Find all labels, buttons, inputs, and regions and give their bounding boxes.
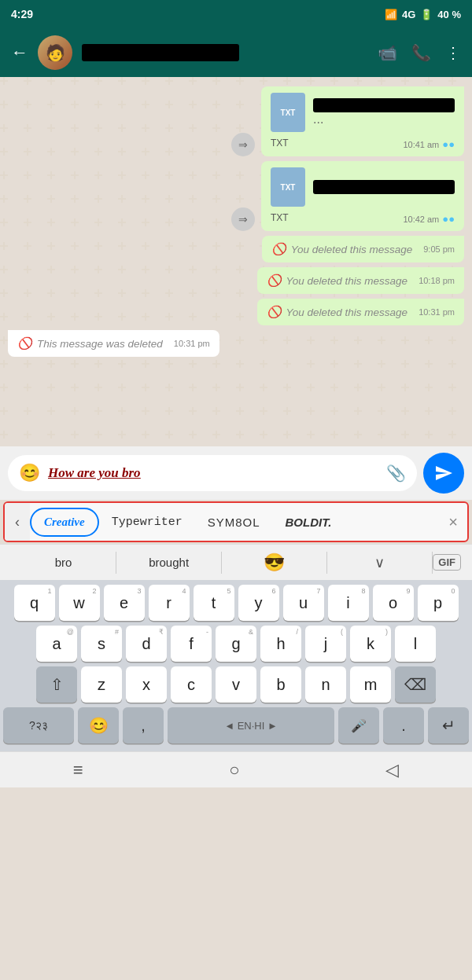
key-q[interactable]: 1q (14, 585, 55, 621)
message-time: 9:05 pm (423, 244, 455, 254)
typed-message: How are you bro (48, 465, 378, 481)
forward-icon[interactable]: ⇒ (231, 207, 255, 231)
autocomplete-gif[interactable]: GIF (433, 554, 461, 571)
key-n[interactable]: n (305, 666, 346, 703)
period-key[interactable]: . (383, 707, 424, 743)
font-style-items: Creative Typewriter SYM8OL BOLDIT. (30, 508, 439, 537)
backspace-key[interactable]: ⌫ (395, 666, 436, 703)
deleted-text: You deleted this message (286, 275, 408, 287)
nav-back[interactable]: ◁ (385, 760, 399, 780)
deleted-text: You deleted this message (286, 306, 408, 318)
comma-key[interactable]: , (123, 707, 164, 743)
emoji-key[interactable]: 😊 (78, 707, 119, 743)
more-options-icon[interactable]: ⋮ (445, 43, 461, 62)
send-button[interactable] (423, 453, 464, 494)
font-style-label: Creative (44, 516, 85, 529)
keyboard-row-3: ⇧ z x c v b n m ⌫ (3, 666, 469, 703)
key-u[interactable]: 7u (283, 585, 324, 621)
no-entry-icon: 🚫 (267, 305, 282, 319)
font-style-creative[interactable]: Creative (30, 508, 99, 537)
keyboard-row-4: ?२३ 😊 , ◄ EN·HI ► 🎤 . ↵ (3, 707, 469, 743)
message-input-box[interactable]: 😊 How are you bro 📎 (8, 455, 417, 491)
message-bubble: TXT ... TXT 10:41 am ●● (261, 86, 464, 156)
battery-icon: 🔋 (420, 9, 433, 20)
header-actions: 📹 📞 ⋮ (378, 43, 461, 62)
forward-icon[interactable]: ⇒ (231, 133, 255, 156)
message-bubble: TXT TXT 10:42 am ●● (261, 161, 464, 231)
font-style-symbol[interactable]: SYM8OL (195, 509, 273, 535)
autocomplete-emoji[interactable]: 😎 (222, 552, 326, 573)
mic-key[interactable]: 🎤 (338, 707, 379, 743)
key-h[interactable]: /h (260, 626, 301, 662)
key-k[interactable]: )k (350, 626, 391, 662)
chat-area: ⇒ TXT ... TXT 10:41 am ●● ⇒ (0, 77, 472, 446)
file-type-label: TXT (271, 138, 289, 149)
nav-bar: ≡ ○ ◁ (0, 751, 472, 787)
video-call-icon[interactable]: 📹 (378, 43, 397, 62)
font-style-label: SYM8OL (208, 516, 260, 529)
language-key[interactable]: ◄ EN·HI ► (168, 707, 334, 743)
deleted-message: 🚫 This message was deleted 10:31 pm (17, 336, 210, 351)
message-meta: 10:41 am ●● (403, 138, 455, 150)
key-t[interactable]: 5t (194, 585, 234, 621)
key-o[interactable]: 9o (373, 585, 414, 621)
key-p[interactable]: 0p (418, 585, 459, 621)
key-m[interactable]: m (350, 666, 391, 703)
key-i[interactable]: 8i (328, 585, 369, 621)
file-label-row: TXT 10:41 am ●● (271, 135, 455, 150)
key-s[interactable]: #s (81, 626, 122, 662)
key-b[interactable]: b (260, 666, 301, 703)
key-w[interactable]: 2w (59, 585, 100, 621)
key-x[interactable]: x (126, 666, 167, 703)
numbers-key[interactable]: ?२३ (3, 707, 74, 743)
file-type-label: TXT (271, 212, 289, 223)
font-scroll-left[interactable]: ‹ (5, 503, 30, 541)
avatar[interactable]: 🧑 (38, 35, 72, 70)
no-entry-icon: 🚫 (267, 273, 282, 288)
autocomplete-word1[interactable]: bro (11, 556, 116, 569)
autocomplete-expand[interactable]: ∨ (327, 554, 432, 571)
nav-menu[interactable]: ≡ (73, 760, 83, 780)
key-j[interactable]: (j (305, 626, 346, 662)
key-e[interactable]: 3e (104, 585, 145, 621)
key-f[interactable]: -f (171, 626, 212, 662)
read-tick: ●● (442, 138, 455, 150)
key-y[interactable]: 6y (238, 585, 279, 621)
no-entry-icon: 🚫 (17, 336, 32, 351)
key-v[interactable]: v (216, 666, 256, 703)
deleted-text: This message was deleted (37, 338, 163, 350)
message-time: 10:18 pm (419, 276, 455, 285)
key-d[interactable]: ₹d (126, 626, 167, 662)
signal-icon: 📶 (385, 9, 397, 20)
message-row: ⇒ TXT TXT 10:42 am ●● (8, 161, 464, 231)
font-style-boldit[interactable]: BOLDIT. (273, 509, 345, 535)
voice-call-icon[interactable]: 📞 (411, 43, 431, 62)
nav-home[interactable]: ○ (229, 760, 239, 780)
message-row: 🚫 This message was deleted 10:31 pm (8, 330, 464, 357)
file-message: TXT (271, 167, 455, 207)
key-g[interactable]: &g (216, 626, 256, 662)
key-r[interactable]: 4r (149, 585, 190, 621)
keyboard: 1q 2w 3e 4r 5t 6y 7u 8i 9o 0p @a #s ₹d -… (0, 580, 472, 751)
status-right: 📶 4G 🔋 40 % (385, 9, 461, 20)
enter-key[interactable]: ↵ (428, 707, 469, 743)
message-row: 🚫 You deleted this message 10:31 pm (8, 299, 464, 325)
autocomplete-word2[interactable]: brought (116, 556, 221, 569)
key-l[interactable]: l (395, 626, 436, 662)
message-time: 10:41 am (403, 140, 439, 149)
deleted-message: 🚫 You deleted this message 10:31 pm (267, 305, 455, 319)
message-row: ⇒ TXT ... TXT 10:41 am ●● (8, 86, 464, 156)
shift-key[interactable]: ⇧ (36, 666, 77, 703)
attach-button[interactable]: 📎 (386, 464, 406, 483)
avatar-image: 🧑 (38, 35, 72, 70)
message-row: 🚫 You deleted this message 10:18 pm (8, 267, 464, 294)
emoji-button[interactable]: 😊 (19, 463, 40, 483)
font-style-close[interactable]: × (439, 513, 467, 531)
key-a[interactable]: @a (36, 626, 77, 662)
back-button[interactable]: ← (11, 42, 28, 63)
key-c[interactable]: c (171, 666, 212, 703)
deleted-message-bubble: 🚫 You deleted this message 10:18 pm (257, 267, 464, 294)
input-area: 😊 How are you bro 📎 (0, 446, 472, 500)
font-style-typewriter[interactable]: Typewriter (99, 509, 195, 535)
key-z[interactable]: z (81, 666, 122, 703)
